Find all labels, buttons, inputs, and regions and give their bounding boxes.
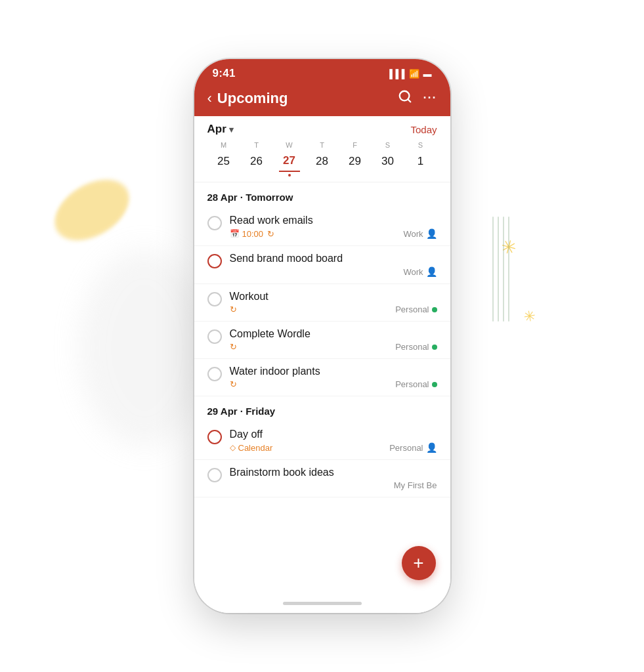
more-icon[interactable]: ···	[423, 91, 437, 105]
tag-dot	[432, 382, 437, 387]
calendar-small-icon: 📅	[230, 229, 240, 238]
task-title: Read work emails	[230, 215, 437, 226]
recur-icon: ↻	[230, 304, 237, 314]
battery-icon: ▬	[423, 69, 432, 79]
task-content: Brainstorm book ideasMy First Be	[230, 467, 437, 490]
task-tag: Personal	[395, 379, 437, 389]
app-header: ‹ Upcoming ···	[194, 85, 450, 116]
day-dot	[288, 174, 291, 177]
task-left-meta: ↻	[230, 342, 237, 352]
task-checkbox[interactable]	[207, 329, 222, 344]
day-letter: T	[254, 141, 259, 149]
task-item[interactable]: Day off◇ CalendarPersonal 👤	[194, 422, 450, 460]
phone-frame: 9:41 ▐▐▐ 📶 ▬ ‹ Upcoming ···	[194, 59, 450, 613]
task-content: Read work emails📅10:00↻Work 👤	[230, 215, 437, 239]
task-item[interactable]: Send brand mood boardWork 👤	[194, 246, 450, 284]
calendar-day[interactable]: T28	[306, 141, 339, 177]
task-item[interactable]: Read work emails📅10:00↻Work 👤	[194, 208, 450, 246]
calendar-day[interactable]: S30	[372, 141, 404, 177]
deco-lines	[492, 217, 509, 322]
search-icon[interactable]	[398, 89, 412, 107]
task-tag: Personal	[395, 342, 437, 352]
calendar-day[interactable]: W27	[273, 141, 306, 177]
task-left-meta: ↻	[230, 379, 237, 389]
tag-dot	[432, 345, 437, 350]
tag-dot	[432, 307, 437, 312]
task-checkbox[interactable]	[207, 367, 222, 381]
task-meta: Work 👤	[230, 266, 437, 277]
task-tag: Personal	[395, 304, 437, 314]
home-indicator	[194, 593, 450, 613]
calendar-bar: Apr ▾ Today M25T26W27T28F29S30S1	[194, 116, 450, 182]
person-icon: 👤	[426, 442, 437, 453]
task-tag: Work 👤	[403, 266, 437, 277]
home-bar	[283, 602, 362, 605]
task-item[interactable]: Water indoor plants↻Personal	[194, 359, 450, 396]
day-number: 28	[312, 151, 333, 172]
calendar-day[interactable]: T26	[240, 141, 273, 177]
task-left-meta: 📅10:00↻	[230, 229, 275, 239]
task-meta: ↻Personal	[230, 342, 437, 352]
task-tag: Personal 👤	[389, 442, 437, 453]
day-letter: W	[286, 141, 292, 149]
section-header: 28 Apr · Tomorrow	[194, 182, 450, 208]
day-letter: T	[320, 141, 324, 149]
month-text: Apr	[207, 123, 226, 136]
task-checkbox[interactable]	[207, 292, 222, 306]
task-checkbox[interactable]	[207, 468, 222, 482]
recur-icon: ↻	[267, 229, 274, 239]
calendar-day[interactable]: S1	[404, 141, 437, 177]
task-meta: 📅10:00↻Work 👤	[230, 228, 437, 239]
person-icon: 👤	[426, 266, 437, 277]
section-header: 29 Apr · Friday	[194, 396, 450, 422]
wifi-icon: 📶	[409, 69, 419, 79]
svg-line-1	[408, 99, 411, 102]
page-background: ✳ ✳ 9:41 ▐▐▐ 📶 ▬ ‹ Upcoming	[0, 0, 644, 672]
task-title: Day off	[230, 429, 437, 440]
task-checkbox[interactable]	[207, 216, 222, 230]
day-letter: S	[385, 141, 390, 149]
task-title: Send brand mood board	[230, 253, 437, 264]
day-number: 25	[213, 151, 234, 172]
calendar-day[interactable]: F29	[339, 141, 372, 177]
task-title: Workout	[230, 291, 437, 303]
status-time: 9:41	[213, 67, 236, 80]
back-button[interactable]: ‹	[207, 90, 212, 107]
day-number: 29	[345, 151, 366, 172]
task-meta: ↻Personal	[230, 304, 437, 314]
day-number: 26	[246, 151, 267, 172]
task-left-meta: ◇ Calendar	[230, 443, 273, 453]
calendar-days: M25T26W27T28F29S30S1	[207, 141, 437, 182]
task-content: Water indoor plants↻Personal	[230, 366, 437, 389]
add-task-button[interactable]: +	[402, 546, 436, 580]
chevron-down-icon: ▾	[229, 125, 234, 135]
status-bar: 9:41 ▐▐▐ 📶 ▬	[194, 59, 450, 85]
calendar-day[interactable]: M25	[207, 141, 240, 177]
day-letter: M	[221, 141, 226, 149]
task-content: Send brand mood boardWork 👤	[230, 253, 437, 277]
task-item[interactable]: Workout↻Personal	[194, 284, 450, 322]
day-number: 27	[279, 151, 300, 172]
task-content: Day off◇ CalendarPersonal 👤	[230, 429, 437, 453]
task-title: Water indoor plants	[230, 366, 437, 377]
signal-icon: ▐▐▐	[387, 69, 405, 79]
task-item[interactable]: Complete Wordle↻Personal	[194, 322, 450, 359]
task-time: 📅10:00	[230, 229, 264, 239]
calendar-month-row: Apr ▾ Today	[207, 123, 437, 136]
calendar-icon-small: ◇	[230, 443, 236, 452]
task-list: 28 Apr · TomorrowRead work emails📅10:00↻…	[194, 182, 450, 593]
month-label[interactable]: Apr ▾	[207, 123, 234, 136]
deco-gray-wash	[79, 249, 210, 446]
day-letter: F	[353, 141, 357, 149]
today-button[interactable]: Today	[410, 124, 437, 135]
recur-icon: ↻	[230, 379, 237, 389]
day-number: 1	[410, 151, 431, 172]
task-checkbox[interactable]	[207, 430, 222, 444]
task-content: Workout↻Personal	[230, 291, 437, 314]
task-tag: My First Be	[394, 480, 437, 490]
deco-star2: ✳	[523, 308, 537, 327]
task-item[interactable]: Brainstorm book ideasMy First Be	[194, 460, 450, 497]
day-letter: S	[418, 141, 423, 149]
task-checkbox[interactable]	[207, 254, 222, 268]
task-title: Brainstorm book ideas	[230, 467, 437, 478]
